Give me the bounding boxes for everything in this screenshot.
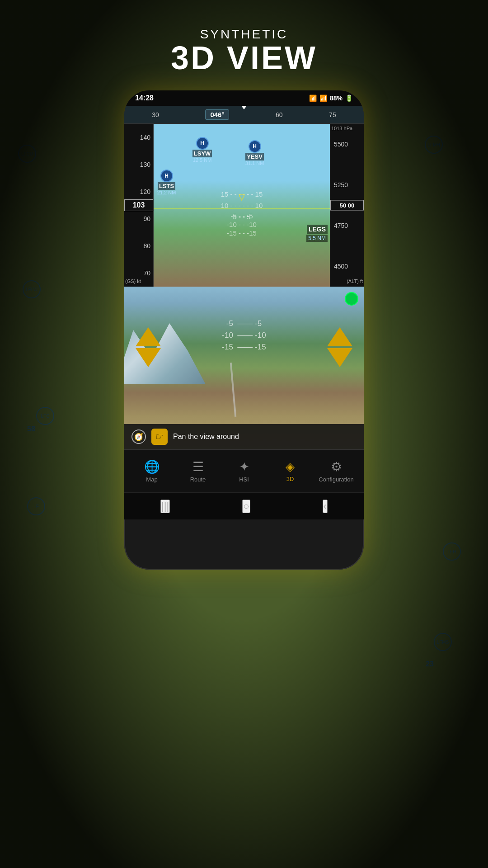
current-speed: 103 — [124, 199, 153, 211]
pitch-indicator: 15 - - - - - - 15 10 - - - - - - 10 5 - … — [154, 124, 330, 287]
recent-apps-button[interactable]: ||| — [160, 500, 170, 513]
terrain-pitch-overlay: -5 —— -5 -10 —— -10 -15 —— -15 — [124, 319, 364, 352]
attitude-view[interactable]: H LSYW 12.5 NM H LSTS 21.2 NM H YESV 31.… — [154, 124, 330, 287]
compass-bar: 30 046° 60 75 — [124, 106, 364, 124]
title-3d: 3D VIEW — [0, 42, 488, 74]
status-time: 14:28 — [135, 94, 154, 102]
gps-status-dot — [345, 292, 358, 306]
compass-ticks: 30 046° 60 75 — [124, 109, 364, 120]
hsi-nav-label: HSI — [239, 476, 249, 483]
aircraft-symbol: ▽ — [239, 192, 245, 202]
compass-mark-2: 60 — [276, 111, 283, 118]
runway-visual — [230, 363, 236, 417]
alt-value-1: 5500 — [334, 141, 348, 148]
3d-nav-icon: ◈ — [286, 460, 295, 474]
map-nav-label: Map — [146, 476, 157, 483]
nav-item-route[interactable]: ☰ Route — [175, 459, 221, 483]
altitude-unit: (ALT) ft — [347, 278, 363, 284]
tooltip-text: Pan the view around — [173, 433, 239, 441]
speed-value-3: 120 — [140, 188, 150, 195]
signal-icon: 📶 — [319, 94, 327, 102]
current-altitude: 50 00 — [330, 200, 364, 211]
back-button[interactable]: ‹ — [323, 500, 328, 513]
compass-triangle — [241, 106, 247, 109]
nav-item-3d[interactable]: ◈ 3D — [267, 460, 313, 482]
alt-value-5: 4500 — [334, 263, 348, 270]
phone-frame: 14:28 📶 📶 88% 🔋 30 046° 60 75 140 130 12… — [124, 90, 364, 570]
compass-mark-1: 30 — [152, 111, 159, 118]
battery-level: 88% — [330, 94, 343, 102]
battery-icon: 🔋 — [345, 94, 353, 102]
config-nav-icon: ⚙ — [331, 459, 342, 474]
route-nav-label: Route — [190, 476, 206, 483]
config-nav-label: Configuration — [319, 476, 353, 483]
nav-item-map[interactable]: 🌐 Map — [129, 459, 175, 483]
instrument-panel: 140 130 120 103 90 80 70 (GS) kt H LSYW … — [124, 124, 364, 287]
bottom-navigation: 🌐 Map ☰ Route ✦ HSI ◈ 3D ⚙ Configuration — [124, 449, 364, 492]
neg-pitch-lines: -5 - - -5 -10 - - -10 -15 - - -15 — [154, 211, 330, 238]
terrain-view[interactable]: -5 —— -5 -10 —— -10 -15 —— -15 🧭 ☞ Pan t… — [124, 287, 364, 449]
speed-value-2: 130 — [140, 161, 150, 168]
alt-value-4: 4750 — [334, 222, 348, 229]
pressure-setting: 1013 hPa — [331, 126, 352, 131]
home-button[interactable]: ○ — [242, 500, 250, 513]
speed-unit: (GS) kt — [125, 278, 141, 284]
system-navigation: ||| ○ ‹ — [124, 492, 364, 519]
speed-value-5: 80 — [143, 242, 150, 250]
speed-value-1: 140 — [140, 134, 150, 141]
compass-heading: 046° — [205, 109, 229, 120]
hsi-nav-icon: ✦ — [239, 459, 249, 474]
speed-tape: 140 130 120 103 90 80 70 (GS) kt — [124, 124, 154, 287]
alt-value-2: 5250 — [334, 181, 348, 189]
compass-mark-3: 75 — [329, 111, 336, 118]
speed-value-4: 90 — [143, 215, 150, 222]
route-nav-icon: ☰ — [192, 459, 204, 474]
compass-icon[interactable]: 🧭 — [131, 429, 146, 444]
speed-value-6: 70 — [143, 269, 150, 277]
map-nav-icon: 🌐 — [144, 459, 160, 474]
nav-item-config[interactable]: ⚙ Configuration — [313, 459, 359, 483]
altitude-tape: 1013 hPa 5500 5250 50 00 4750 4500 (ALT)… — [330, 124, 364, 287]
pitch-10: 10 - - - - - - 10 — [221, 202, 263, 209]
title-area: SYNTHETIC 3D VIEW — [0, 27, 488, 74]
horizon-line — [154, 208, 330, 209]
nav-item-hsi[interactable]: ✦ HSI — [221, 459, 267, 483]
wifi-icon: 📶 — [309, 94, 317, 102]
status-icons: 📶 📶 88% 🔋 — [309, 94, 353, 102]
status-bar: 14:28 📶 📶 88% 🔋 — [124, 90, 364, 106]
pan-icon[interactable]: ☞ — [151, 429, 168, 445]
tooltip-bar: 🧭 ☞ Pan the view around — [124, 424, 364, 449]
3d-nav-label: 3D — [286, 476, 294, 482]
